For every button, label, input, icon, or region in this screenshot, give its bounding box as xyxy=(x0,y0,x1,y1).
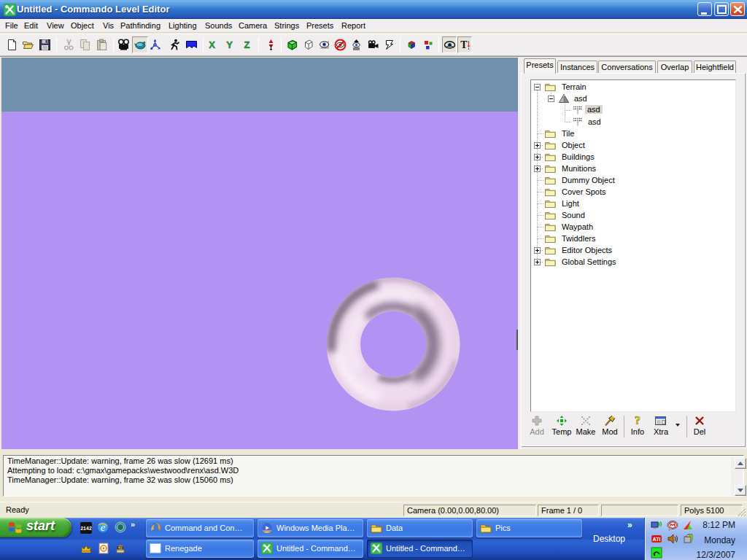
svg-text:T: T xyxy=(460,39,468,50)
svg-text:?: ? xyxy=(635,415,640,427)
svg-text:2142: 2142 xyxy=(80,526,92,532)
svg-text:Y: Y xyxy=(226,39,233,50)
svg-text:Z: Z xyxy=(244,39,250,50)
svg-text:ATI: ATI xyxy=(653,537,661,542)
svg-text:CIV: CIV xyxy=(117,545,124,550)
svg-text:e: e xyxy=(101,521,106,533)
svg-text:X: X xyxy=(209,39,215,50)
